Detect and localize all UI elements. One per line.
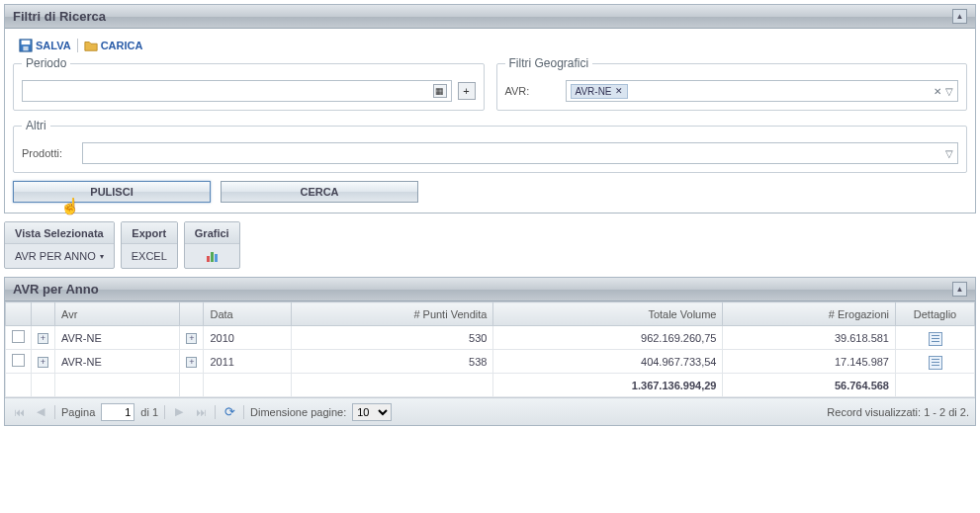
page-size-label: Dimensione pagine: (250, 406, 346, 418)
cell-punti: 530 (291, 326, 493, 350)
table-row: + AVR-NE + 2010 530 962.169.260,75 39.61… (6, 326, 975, 350)
page-of-label: di 1 (140, 406, 158, 418)
altri-legend: Altri (22, 119, 50, 132)
col-avr[interactable]: Avr (55, 302, 180, 326)
total-volume: 1.367.136.994,29 (493, 374, 723, 397)
periodo-legend: Periodo (22, 56, 70, 70)
prodotti-select[interactable]: ▽ (82, 142, 958, 164)
clear-avr-button[interactable]: ✕ (934, 86, 941, 97)
view-group: Vista Selezionata AVR PER ANNO ▾ (4, 221, 115, 269)
col-volume[interactable]: Totale Volume (493, 302, 723, 326)
table-row: + AVR-NE + 2011 538 404.967.733,54 17.14… (6, 350, 975, 374)
row-checkbox[interactable] (12, 354, 25, 367)
export-group: Export EXCEL (121, 221, 178, 269)
cell-avr: AVR-NE (55, 350, 180, 374)
cell-erogazioni: 39.618.581 (723, 326, 896, 350)
chart-group: Grafici (184, 221, 240, 269)
view-head: Vista Selezionata (5, 222, 114, 244)
export-excel-button[interactable]: EXCEL (122, 244, 177, 268)
detail-button[interactable] (929, 356, 942, 370)
export-head: Export (122, 222, 177, 244)
grid-panel-title: AVR per Anno (13, 278, 99, 301)
data-grid: Avr Data # Punti Vendita Totale Volume #… (5, 301, 975, 397)
search-button[interactable]: CERCA (221, 181, 418, 203)
page-input[interactable] (101, 403, 134, 421)
cell-volume: 962.169.260,75 (493, 326, 723, 350)
expand-row-button[interactable]: + (38, 333, 48, 344)
next-page-button[interactable]: ▶ (171, 404, 187, 420)
prodotti-label: Prodotti: (22, 147, 76, 159)
pager-divider (54, 405, 55, 419)
last-page-button[interactable]: ⏭ (193, 404, 209, 420)
detail-button[interactable] (929, 332, 942, 346)
pager-divider (243, 405, 244, 419)
expand-data-button[interactable]: + (186, 333, 197, 344)
col-punti[interactable]: # Punti Vendita (291, 302, 493, 326)
row-checkbox[interactable] (12, 330, 25, 343)
col-dettaglio[interactable]: Dettaglio (896, 302, 975, 326)
save-filter-button[interactable]: SALVA (19, 39, 71, 52)
totals-row: 1.367.136.994,29 56.764.568 (6, 374, 975, 397)
calendar-icon[interactable]: ▦ (433, 84, 447, 98)
filters-panel-header: Filtri di Ricerca ▲ (5, 5, 975, 29)
toolbar-divider (77, 39, 78, 52)
filters-toolbar: SALVA CARICA (13, 35, 967, 56)
view-selector[interactable]: AVR PER ANNO ▾ (5, 244, 114, 268)
total-erogazioni: 56.764.568 (723, 374, 896, 397)
expand-data-button[interactable]: + (186, 357, 197, 368)
cell-data: 2010 (204, 326, 291, 350)
page-size-select[interactable]: 10 (352, 403, 392, 421)
expand-row-button[interactable]: + (38, 357, 48, 368)
cell-punti: 538 (291, 350, 493, 374)
cell-avr: AVR-NE (55, 326, 180, 350)
chevron-down-icon: ▾ (100, 252, 104, 261)
add-periodo-button[interactable]: + (458, 82, 476, 100)
collapse-filters-button[interactable]: ▲ (952, 9, 967, 24)
dropdown-avr-icon[interactable]: ▽ (945, 86, 953, 97)
cell-data: 2011 (204, 350, 291, 374)
cell-volume: 404.967.733,54 (493, 350, 723, 374)
bar-chart-icon (207, 250, 218, 262)
view-value: AVR PER ANNO (15, 250, 96, 262)
periodo-fieldset: Periodo ▦ + (13, 56, 485, 111)
col-erogazioni[interactable]: # Erogazioni (723, 302, 896, 326)
pager: ⏮ ◀ Pagina di 1 ▶ ⏭ ⟳ Dimensione pagine:… (5, 397, 975, 425)
save-icon (19, 39, 33, 52)
avr-select[interactable]: AVR-NE ✕ ✕ ▽ (566, 80, 959, 102)
action-toolbar: Vista Selezionata AVR PER ANNO ▾ Export … (0, 217, 980, 273)
clear-button[interactable]: PULISCI (13, 181, 211, 203)
filters-panel: Filtri di Ricerca ▲ SALVA CARICA Periodo… (4, 4, 976, 214)
chart-button[interactable] (185, 244, 239, 268)
page-label: Pagina (61, 406, 95, 418)
cell-erogazioni: 17.145.987 (723, 350, 896, 374)
dropdown-prodotti-icon[interactable]: ▽ (945, 148, 953, 159)
filters-panel-title: Filtri di Ricerca (13, 5, 106, 29)
avr-label: AVR: (505, 85, 560, 97)
chart-head: Grafici (185, 222, 239, 244)
geo-legend: Filtri Geografici (505, 56, 593, 70)
periodo-input[interactable]: ▦ (22, 80, 452, 102)
svg-rect-2 (23, 46, 28, 50)
grid-panel: AVR per Anno ▲ Avr Data # Punti Vendita … (4, 277, 976, 426)
load-filter-button[interactable]: CARICA (84, 39, 143, 52)
remove-avr-tag-button[interactable]: ✕ (615, 86, 623, 96)
load-label: CARICA (101, 40, 143, 51)
altri-fieldset: Altri Prodotti: ▽ (13, 119, 967, 173)
col-data[interactable]: Data (204, 302, 291, 326)
avr-tag-label: AVR-NE (576, 86, 612, 97)
pager-divider (164, 405, 165, 419)
grid-panel-header: AVR per Anno ▲ (5, 278, 975, 301)
collapse-grid-button[interactable]: ▲ (952, 282, 967, 297)
first-page-button[interactable]: ⏮ (11, 404, 27, 420)
svg-rect-1 (22, 41, 31, 44)
avr-tag: AVR-NE ✕ (571, 84, 628, 99)
records-label: Record visualizzati: 1 - 2 di 2. (827, 406, 969, 418)
geo-fieldset: Filtri Geografici AVR: AVR-NE ✕ ✕ ▽ (496, 56, 968, 111)
refresh-button[interactable]: ⟳ (222, 404, 237, 420)
save-label: SALVA (36, 40, 71, 51)
folder-icon (84, 39, 98, 52)
pager-divider (215, 405, 216, 419)
prev-page-button[interactable]: ◀ (33, 404, 48, 420)
